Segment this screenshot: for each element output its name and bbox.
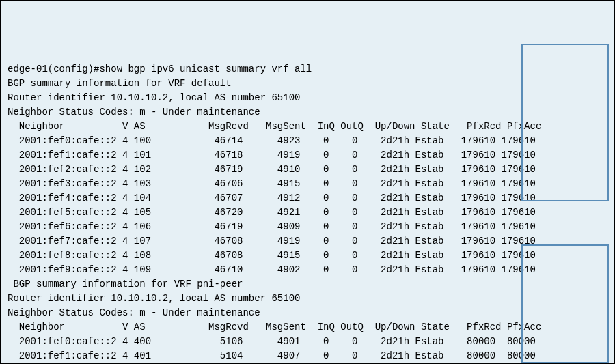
terminal-line: 2001:fef3:cafe::2 4 103 46706 4915 0 0 2… — [8, 177, 607, 191]
terminal-line: BGP summary information for VRF pni-peer — [8, 277, 607, 292]
terminal-output: edge-01(config)#show bgp ipv6 unicast su… — [8, 62, 607, 364]
terminal-line: 2001:fef1:cafe::2 4 401 5104 4907 0 0 2d… — [8, 349, 607, 363]
terminal-line: Router identifier 10.10.10.2, local AS n… — [8, 292, 607, 306]
terminal-line: BGP summary information for VRF default — [8, 76, 607, 91]
terminal-line: 2001:fef9:cafe::2 4 109 46710 4902 0 0 2… — [8, 263, 607, 277]
terminal-line: 2001:fef2:cafe::2 4 102 46719 4910 0 0 2… — [8, 163, 607, 177]
terminal-line: edge-01(config)#show bgp ipv6 unicast su… — [8, 62, 607, 76]
terminal-line: 2001:fef1:cafe::2 4 101 46718 4919 0 0 2… — [8, 148, 607, 163]
terminal-line: Neighbor V AS MsgRcvd MsgSent InQ OutQ U… — [8, 120, 607, 134]
terminal-line: 2001:fef4:cafe::2 4 104 46707 4912 0 0 2… — [8, 191, 607, 206]
terminal-line: 2001:fef5:cafe::2 4 105 46720 4921 0 0 2… — [8, 206, 607, 220]
terminal-line: 2001:fef8:cafe::2 4 108 46708 4915 0 0 2… — [8, 249, 607, 263]
terminal-line: 2001:fef0:cafe::2 4 400 5106 4901 0 0 2d… — [8, 335, 607, 349]
terminal-line: Router identifier 10.10.10.2, local AS n… — [8, 91, 607, 105]
terminal-line: 2001:fef7:cafe::2 4 107 46708 4919 0 0 2… — [8, 234, 607, 249]
terminal-line: 2001:fef0:cafe::2 4 100 46714 4923 0 0 2… — [8, 134, 607, 148]
terminal-line: Neighbor V AS MsgRcvd MsgSent InQ OutQ U… — [8, 320, 607, 335]
terminal-line: Neighbor Status Codes: m - Under mainten… — [8, 306, 607, 320]
terminal-line: 2001:fef6:cafe::2 4 106 46719 4909 0 0 2… — [8, 220, 607, 234]
terminal-line: Neighbor Status Codes: m - Under mainten… — [8, 105, 607, 120]
